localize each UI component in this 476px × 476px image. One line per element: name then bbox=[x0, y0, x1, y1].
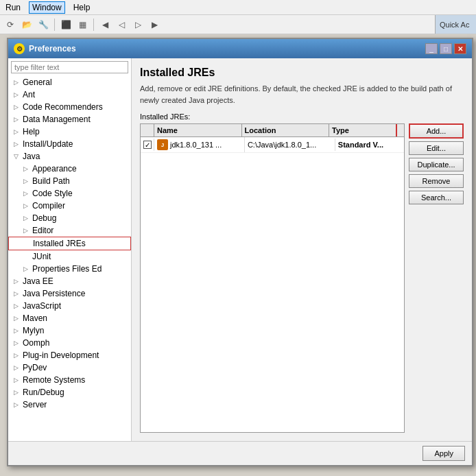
edit-button[interactable]: Edit... bbox=[409, 141, 464, 155]
right-panel: Installed JREs Add, remove or edit JRE d… bbox=[132, 58, 472, 441]
tree-item-general[interactable]: ▷ General bbox=[8, 76, 131, 88]
remove-button[interactable]: Remove bbox=[409, 174, 464, 188]
minimize-button[interactable]: _ bbox=[425, 43, 438, 54]
tree-item-compiler[interactable]: ▷ Compiler bbox=[8, 200, 131, 212]
tree-item-remote-systems[interactable]: ▷ Remote Systems bbox=[8, 374, 131, 386]
toolbar-btn-1[interactable]: ⟳ bbox=[3, 17, 18, 32]
quick-access-label: Quick Ac bbox=[440, 21, 469, 29]
label-code-recommenders: Code Recommenders bbox=[23, 102, 103, 112]
tree-item-javascript[interactable]: ▷ JavaScript bbox=[8, 300, 131, 312]
label-help: Help bbox=[23, 127, 40, 136]
label-install-update: Install/Update bbox=[23, 139, 73, 149]
jre-row-0[interactable]: ✓ J jdk1.8.0_131 ... C:\Java\jdk1.8.0_1.… bbox=[141, 137, 404, 153]
toolbar-sep-2 bbox=[93, 19, 94, 31]
checkbox-checked-icon: ✓ bbox=[143, 141, 152, 149]
tree-item-server[interactable]: ▷ Server bbox=[8, 398, 131, 411]
tree-item-java-persistence[interactable]: ▷ Java Persistence bbox=[8, 287, 131, 300]
arrow-java-ee: ▷ bbox=[14, 278, 21, 285]
tree-item-mylyn[interactable]: ▷ Mylyn bbox=[8, 324, 131, 337]
toolbar-icons: ⟳ 📂 🔧 ⬛ ▦ ◀ ◁ ▷ ▶ bbox=[3, 17, 162, 32]
tree-item-plugin-dev[interactable]: ▷ Plug-in Development bbox=[8, 349, 131, 361]
tree-item-maven[interactable]: ▷ Maven bbox=[8, 312, 131, 324]
arrow-help: ▷ bbox=[14, 128, 21, 135]
label-editor: Editor bbox=[32, 226, 53, 235]
tree-item-build-path[interactable]: ▷ Build Path bbox=[8, 175, 131, 187]
toolbar-btn-3[interactable]: 🔧 bbox=[36, 17, 51, 32]
add-button[interactable]: Add... bbox=[409, 123, 464, 139]
tree-item-oomph[interactable]: ▷ Oomph bbox=[8, 337, 131, 349]
tree-item-java-ee[interactable]: ▷ Java EE bbox=[8, 275, 131, 287]
label-pydev: PyDev bbox=[23, 363, 47, 372]
label-code-style: Code Style bbox=[32, 189, 73, 198]
menu-run[interactable]: Run bbox=[3, 2, 23, 13]
tree-item-java[interactable]: ▽ Java bbox=[8, 150, 131, 163]
toolbar-btn-5[interactable]: ▦ bbox=[75, 17, 90, 32]
arrow-build-path: ▷ bbox=[23, 178, 30, 185]
label-java-persistence: Java Persistence bbox=[23, 289, 85, 298]
left-panel: ▷ General ▷ Ant ▷ Code Recommenders ▷ Da… bbox=[8, 58, 132, 441]
tree-item-install-update[interactable]: ▷ Install/Update bbox=[8, 138, 131, 150]
label-java-ee: Java EE bbox=[23, 276, 53, 286]
dialog-title-left: ⚙ Preferences bbox=[14, 43, 76, 54]
tree-item-run-debug[interactable]: ▷ Run/Debug bbox=[8, 386, 131, 398]
tree-item-junit[interactable]: JUnit bbox=[8, 250, 131, 263]
tree-item-installed-jres[interactable]: Installed JREs bbox=[8, 237, 131, 250]
col-check bbox=[141, 124, 154, 136]
maximize-button[interactable]: □ bbox=[440, 43, 452, 54]
duplicate-button[interactable]: Duplicate... bbox=[409, 158, 464, 171]
toolbar-btn-6[interactable]: ◀ bbox=[97, 17, 112, 32]
label-java: Java bbox=[23, 152, 40, 161]
jre-cell-location-0: C:\Java\jdk1.8.0_1... bbox=[245, 139, 335, 151]
label-plugin-dev: Plug-in Development bbox=[23, 350, 99, 360]
close-button[interactable]: ✕ bbox=[454, 43, 466, 54]
arrow-ant: ▷ bbox=[14, 91, 21, 98]
label-general: General bbox=[23, 78, 52, 87]
search-button[interactable]: Search... bbox=[409, 191, 464, 204]
arrow-code-style: ▷ bbox=[23, 190, 30, 197]
arrow-java: ▽ bbox=[14, 153, 21, 160]
menu-window[interactable]: Window bbox=[29, 1, 65, 14]
label-maven: Maven bbox=[23, 313, 47, 323]
tree-item-debug[interactable]: ▷ Debug bbox=[8, 212, 131, 224]
arrow-general: ▷ bbox=[14, 79, 21, 86]
toolbar: ⟳ 📂 🔧 ⬛ ▦ ◀ ◁ ▷ ▶ Quick Ac bbox=[0, 15, 476, 34]
tree-item-ant[interactable]: ▷ Ant bbox=[8, 88, 131, 101]
toolbar-btn-2[interactable]: 📂 bbox=[19, 17, 34, 32]
jre-checkbox-0[interactable]: ✓ bbox=[141, 139, 154, 151]
label-appearance: Appearance bbox=[32, 164, 77, 174]
label-mylyn: Mylyn bbox=[23, 326, 44, 335]
tree-item-code-style[interactable]: ▷ Code Style bbox=[8, 187, 131, 200]
label-oomph: Oomph bbox=[23, 338, 49, 348]
tree-item-properties-files[interactable]: ▷ Properties Files Ed bbox=[8, 263, 131, 275]
toolbar-btn-8[interactable]: ▷ bbox=[130, 17, 145, 32]
dialog-content: ▷ General ▷ Ant ▷ Code Recommenders ▷ Da… bbox=[8, 58, 472, 441]
tree-container[interactable]: ▷ General ▷ Ant ▷ Code Recommenders ▷ Da… bbox=[8, 76, 131, 441]
label-debug: Debug bbox=[32, 213, 56, 223]
dialog-titlebar: ⚙ Preferences _ □ ✕ bbox=[8, 39, 472, 58]
toolbar-btn-4[interactable]: ⬛ bbox=[58, 17, 73, 32]
col-type: Type bbox=[329, 124, 397, 136]
panel-description: Add, remove or edit JRE definitions. By … bbox=[140, 83, 464, 106]
tree-item-code-recommenders[interactable]: ▷ Code Recommenders bbox=[8, 101, 131, 113]
jre-cell-name-0: J jdk1.8.0_131 ... bbox=[154, 137, 245, 152]
apply-button[interactable]: Apply bbox=[423, 446, 465, 461]
arrow-install-update: ▷ bbox=[14, 141, 21, 147]
tree-item-appearance[interactable]: ▷ Appearance bbox=[8, 163, 131, 175]
tree-item-data-mgmt[interactable]: ▷ Data Management bbox=[8, 113, 131, 126]
label-ant: Ant bbox=[23, 90, 35, 99]
menu-help[interactable]: Help bbox=[71, 2, 93, 13]
tree-item-editor[interactable]: ▷ Editor bbox=[8, 224, 131, 237]
toolbar-btn-9[interactable]: ▶ bbox=[147, 17, 162, 32]
label-properties-files: Properties Files Ed bbox=[32, 264, 102, 274]
col-extra bbox=[397, 124, 404, 136]
arrow-editor: ▷ bbox=[23, 227, 30, 234]
preferences-icon: ⚙ bbox=[14, 43, 25, 54]
preferences-dialog: ⚙ Preferences _ □ ✕ ▷ General ▷ Ant bbox=[7, 38, 473, 466]
tree-item-pydev[interactable]: ▷ PyDev bbox=[8, 361, 131, 374]
filter-input[interactable] bbox=[11, 61, 128, 73]
toolbar-btn-7[interactable]: ◁ bbox=[114, 17, 129, 32]
label-javascript: JavaScript bbox=[23, 301, 61, 311]
arrow-remote-systems: ▷ bbox=[14, 377, 21, 383]
tree-item-help[interactable]: ▷ Help bbox=[8, 126, 131, 138]
quick-access-bar[interactable]: Quick Ac bbox=[435, 15, 476, 34]
